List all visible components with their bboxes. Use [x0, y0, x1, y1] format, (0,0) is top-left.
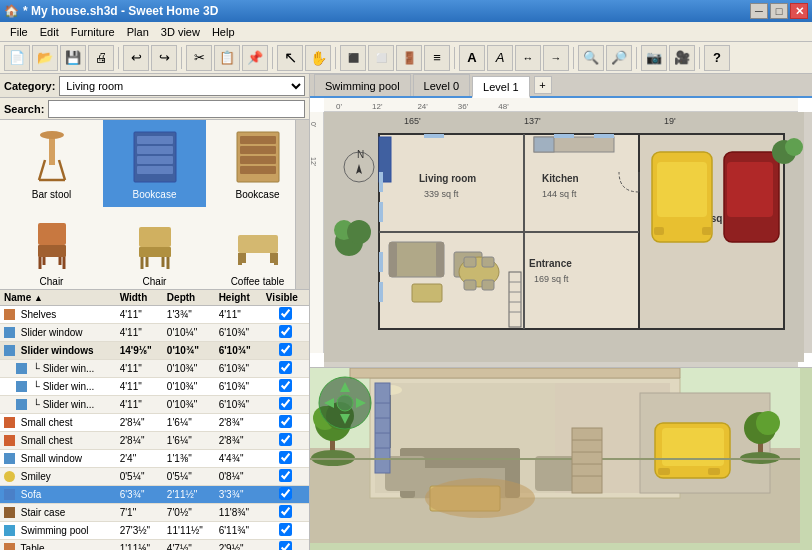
col-name[interactable]: Name ▲ [0, 290, 116, 306]
table-row[interactable]: Slider windows 14'9⅛" 0'10¾" 6'10¾" [0, 342, 309, 360]
zoomout-button[interactable]: 🔎 [606, 45, 632, 71]
menu-3dview[interactable]: 3D view [155, 24, 206, 40]
furniture-bookcase-selected[interactable]: Bookcase [103, 120, 206, 207]
open-button[interactable]: 📂 [32, 45, 58, 71]
room-button[interactable]: ⬜ [368, 45, 394, 71]
text-button[interactable]: A [459, 45, 485, 71]
visible-checkbox[interactable] [279, 361, 292, 374]
table-row[interactable]: Small window 2'4" 1'1⅜" 4'4¾" [0, 450, 309, 468]
visible-checkbox[interactable] [279, 487, 292, 500]
table-row[interactable]: Small chest 2'8¼" 1'6¼" 2'8¾" [0, 432, 309, 450]
col-height[interactable]: Height [215, 290, 262, 306]
table-row[interactable]: Shelves 4'11" 1'3¾" 4'11" [0, 306, 309, 324]
camera-button[interactable]: 📷 [641, 45, 667, 71]
table-row[interactable]: Sofa 6'3¾" 2'11½" 3'3¾" [0, 486, 309, 504]
menu-plan[interactable]: Plan [121, 24, 155, 40]
zoomin-button[interactable]: 🔍 [578, 45, 604, 71]
visible-checkbox[interactable] [279, 451, 292, 464]
cell-visible[interactable] [262, 450, 309, 468]
cell-visible[interactable] [262, 378, 309, 396]
svg-text:339 sq ft: 339 sq ft [424, 189, 459, 199]
undo-button[interactable]: ↩ [123, 45, 149, 71]
select-button[interactable]: ↖ [277, 45, 303, 71]
copy-button[interactable]: 📋 [214, 45, 240, 71]
svg-rect-59 [482, 257, 494, 267]
textfont-button[interactable]: A [487, 45, 513, 71]
cell-visible[interactable] [262, 486, 309, 504]
category-select[interactable]: Living room Bedroom Kitchen Bathroom Off… [59, 76, 305, 96]
menu-furniture[interactable]: Furniture [65, 24, 121, 40]
arrow-button[interactable]: → [543, 45, 569, 71]
furniture-chair2[interactable]: Chair [103, 207, 206, 290]
close-button[interactable]: ✕ [790, 3, 808, 19]
menu-edit[interactable]: Edit [34, 24, 65, 40]
visible-checkbox[interactable] [279, 307, 292, 320]
cell-visible[interactable] [262, 468, 309, 486]
visible-checkbox[interactable] [279, 343, 292, 356]
visible-checkbox[interactable] [279, 505, 292, 518]
col-width[interactable]: Width [116, 290, 163, 306]
table-row[interactable]: └ Slider win... 4'11" 0'10¾" 6'10¾" [0, 360, 309, 378]
search-input[interactable] [48, 100, 305, 118]
new-button[interactable]: 📄 [4, 45, 30, 71]
menu-help[interactable]: Help [206, 24, 241, 40]
wall-button[interactable]: ⬛ [340, 45, 366, 71]
door-button[interactable]: 🚪 [396, 45, 422, 71]
cell-visible[interactable] [262, 360, 309, 378]
table-row[interactable]: Smiley 0'5¼" 0'5¼" 0'8¼" [0, 468, 309, 486]
tab-level0[interactable]: Level 0 [413, 74, 470, 96]
redo-button[interactable]: ↪ [151, 45, 177, 71]
cell-visible[interactable] [262, 306, 309, 324]
visible-checkbox[interactable] [279, 415, 292, 428]
grid-scrollbar[interactable] [295, 120, 309, 289]
paste-button[interactable]: 📌 [242, 45, 268, 71]
plan-view[interactable]: 0' 12' 24' 36' 48' 0' 12' 165' 137' [310, 98, 812, 368]
dimension-button[interactable]: ↔ [515, 45, 541, 71]
table-row[interactable]: └ Slider win... 4'11" 0'10¾" 6'10¾" [0, 378, 309, 396]
video-button[interactable]: 🎥 [669, 45, 695, 71]
stair-button[interactable]: ≡ [424, 45, 450, 71]
furniture-bookcase2[interactable]: Bookcase [206, 120, 309, 207]
cut-button[interactable]: ✂ [186, 45, 212, 71]
col-visible[interactable]: Visible [262, 290, 309, 306]
visible-checkbox[interactable] [279, 469, 292, 482]
visible-checkbox[interactable] [279, 325, 292, 338]
table-row[interactable]: Slider window 4'11" 0'10¼" 6'10¾" [0, 324, 309, 342]
minimize-button[interactable]: ─ [750, 3, 768, 19]
add-level-button[interactable]: + [534, 76, 552, 94]
furniture-coffee-table[interactable]: Coffee table [206, 207, 309, 290]
table-row[interactable]: Stair case 7'1" 7'0½" 11'8¾" [0, 504, 309, 522]
cell-visible[interactable] [262, 540, 309, 551]
furniture-chair1[interactable]: Chair [0, 207, 103, 290]
cell-visible[interactable] [262, 522, 309, 540]
table-row[interactable]: Table 1'11⅛" 4'7½" 2'9½" [0, 540, 309, 551]
cell-visible[interactable] [262, 432, 309, 450]
visible-checkbox[interactable] [279, 523, 292, 536]
print-button[interactable]: 🖨 [88, 45, 114, 71]
ruler-left-12: 12' [310, 157, 323, 166]
visible-checkbox[interactable] [279, 397, 292, 410]
help-button[interactable]: ? [704, 45, 730, 71]
furniture-bar-stool[interactable]: Bar stool [0, 120, 103, 207]
cell-visible[interactable] [262, 504, 309, 522]
table-row[interactable]: Small chest 2'8¼" 1'6¼" 2'8¾" [0, 414, 309, 432]
save-button[interactable]: 💾 [60, 45, 86, 71]
menu-file[interactable]: File [4, 24, 34, 40]
maximize-button[interactable]: □ [770, 3, 788, 19]
visible-checkbox[interactable] [279, 379, 292, 392]
col-depth[interactable]: Depth [163, 290, 215, 306]
table-row[interactable]: └ Slider win... 4'11" 0'10¾" 6'10¾" [0, 396, 309, 414]
nav-control[interactable] [318, 376, 372, 430]
cell-visible[interactable] [262, 342, 309, 360]
props-table-container[interactable]: Name ▲ Width Depth Height Visible Shelve… [0, 290, 309, 550]
visible-checkbox[interactable] [279, 541, 292, 550]
tab-level1[interactable]: Level 1 [472, 76, 529, 98]
visible-checkbox[interactable] [279, 433, 292, 446]
pan-button[interactable]: ✋ [305, 45, 331, 71]
cell-visible[interactable] [262, 324, 309, 342]
tab-swimming-pool[interactable]: Swimming pool [314, 74, 411, 96]
cell-visible[interactable] [262, 396, 309, 414]
table-row[interactable]: Swimming pool 27'3½" 11'11½" 6'11¾" [0, 522, 309, 540]
row-icon [16, 363, 27, 374]
cell-visible[interactable] [262, 414, 309, 432]
